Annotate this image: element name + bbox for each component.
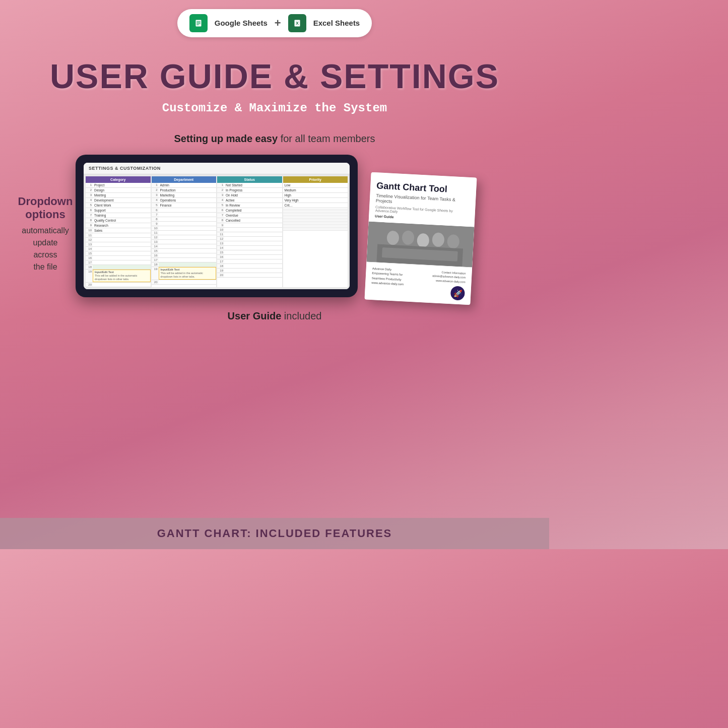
booklet-footer: Advance Daily Empowering Teams for Seaml… <box>365 261 473 305</box>
team-photo <box>366 221 474 267</box>
svg-rect-2 <box>196 21 201 22</box>
page-title: USER GUIDE & SETTINGS <box>20 57 529 95</box>
svg-rect-4 <box>196 24 201 24</box>
bottom-bar-text: GANTT CHART: INCLUDED FEATURES <box>0 527 549 540</box>
booklet-header: Gantt Chart Tool Timeline Visualization … <box>369 172 477 226</box>
left-dropdown-label: Dropdownoptions automaticallyupdateacros… <box>5 195 86 273</box>
category-header: Category <box>86 176 151 183</box>
user-guide-included-text: User Guide included <box>0 310 549 322</box>
user-guide-bold: User Guide <box>228 310 282 321</box>
bottom-bar: GANTT CHART: INCLUDED FEATURES <box>0 518 549 549</box>
setting-up-rest: for all team members <box>278 133 375 144</box>
setting-up-bold: Setting up made easy <box>174 133 278 144</box>
page-subtitle: Customize & Maximize the System <box>20 101 529 115</box>
svg-rect-5 <box>196 25 198 25</box>
dropdown-desc: automaticallyupdateacrossthe file <box>5 225 86 273</box>
svg-rect-3 <box>196 22 201 23</box>
booklet-image <box>366 221 474 267</box>
priority-header: Priority <box>283 176 348 183</box>
category-column: Category 1Project 2Design 3Meeting 4Deve… <box>86 176 151 287</box>
main-title-section: USER GUIDE & SETTINGS Customize & Maximi… <box>0 57 549 115</box>
svg-text:X: X <box>296 21 299 26</box>
svg-rect-1 <box>195 20 201 26</box>
setting-up-text: Setting up made easy for all team member… <box>0 133 549 145</box>
status-header: Status <box>217 176 282 183</box>
content-area: Dropdownoptions automaticallyupdateacros… <box>0 155 549 302</box>
department-column: Department 1Admin 2Production 3Marketing… <box>152 176 217 287</box>
tablet-screen: SETTINGS & CUSTOMIZATION Category 1Proje… <box>84 163 350 289</box>
department-header: Department <box>152 176 217 183</box>
priority-column: Priority Low Medium High Very High Crit… <box>283 176 348 287</box>
spreadsheet-body: Category 1Project 2Design 3Meeting 4Deve… <box>84 174 350 289</box>
dropdown-title: Dropdownoptions <box>5 195 86 222</box>
user-guide-booklet: Gantt Chart Tool Timeline Visualization … <box>365 172 477 305</box>
google-sheets-icon <box>189 14 208 32</box>
badge-box: Google Sheets + X Excel Sheets <box>177 9 372 37</box>
booklet-footer-right: Contact Information admin@advance-daily.… <box>432 270 466 285</box>
top-badge-area: Google Sheets + X Excel Sheets <box>0 0 549 42</box>
user-guide-rest: included <box>281 310 321 321</box>
booklet-logo-icon: 🚀 <box>450 286 465 300</box>
excel-icon: X <box>288 14 306 32</box>
status-column: Status 1Not Started 2In Progress 3On Hol… <box>217 176 282 287</box>
tablet-mockup: SETTINGS & CUSTOMIZATION Category 1Proje… <box>76 155 358 297</box>
excel-label: Excel Sheets <box>313 19 360 28</box>
google-sheets-label: Google Sheets <box>215 19 268 28</box>
booklet-footer-left: Advance Daily Empowering Teams for Seaml… <box>371 266 405 287</box>
spreadsheet-header: SETTINGS & CUSTOMIZATION <box>84 163 350 174</box>
plus-sign: + <box>275 17 281 30</box>
